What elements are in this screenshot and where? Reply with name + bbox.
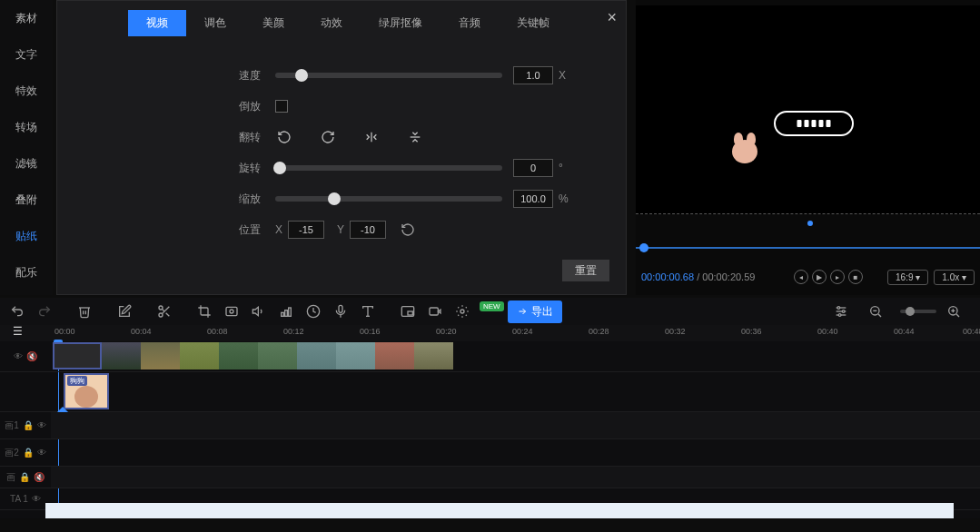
track-pip1-header[interactable]: 画1🔒👁 bbox=[0, 412, 51, 438]
preview-pane: 00:00:00.68 / 00:00:20.59 ◂ ▶ ▸ ■ 16:9 ▾… bbox=[636, 0, 980, 295]
nav-overlay[interactable]: 叠附 bbox=[0, 182, 53, 218]
pip-icon[interactable] bbox=[398, 301, 418, 321]
mute-icon[interactable]: 🔇 bbox=[34, 472, 45, 482]
cut-icon[interactable] bbox=[154, 301, 174, 321]
speed-value[interactable]: 1.0 bbox=[513, 66, 553, 84]
lock-icon[interactable]: 🔒 bbox=[23, 420, 34, 430]
volume-icon[interactable] bbox=[249, 301, 269, 321]
tab-keyframe[interactable]: 关键帧 bbox=[499, 10, 568, 36]
duration: 00:00:20.59 bbox=[702, 271, 755, 282]
svg-marker-9 bbox=[252, 307, 258, 315]
scale-value[interactable]: 100.0 bbox=[513, 190, 553, 208]
rotate-value[interactable]: 0 bbox=[513, 159, 553, 177]
track-text-header[interactable]: TA 1👁 bbox=[0, 488, 51, 509]
text-icon[interactable] bbox=[358, 301, 378, 321]
screenshot-icon[interactable] bbox=[222, 301, 242, 321]
tab-video[interactable]: 视频 bbox=[128, 10, 186, 36]
mic-icon[interactable] bbox=[331, 301, 351, 321]
eye-icon[interactable]: 👁 bbox=[37, 420, 46, 430]
eye-icon[interactable]: 👁 bbox=[14, 351, 23, 361]
video-clip[interactable] bbox=[53, 342, 453, 369]
prev-frame-button[interactable]: ◂ bbox=[794, 270, 808, 284]
scrub-bar[interactable] bbox=[636, 243, 980, 252]
track-audio-content[interactable] bbox=[51, 467, 980, 488]
track-menu-icon[interactable]: ☰ bbox=[13, 325, 23, 338]
scale-slider[interactable] bbox=[275, 196, 502, 202]
sticker-preview[interactable] bbox=[732, 140, 757, 163]
track-audio: 画🔒🔇 bbox=[0, 467, 980, 488]
tab-motion[interactable]: 动效 bbox=[302, 10, 361, 36]
reset-button[interactable]: 重置 bbox=[562, 260, 609, 281]
reset-position-icon[interactable] bbox=[399, 221, 417, 239]
zoom-in-icon[interactable] bbox=[944, 301, 964, 321]
svg-point-2 bbox=[159, 306, 163, 310]
mute-icon[interactable]: 🔇 bbox=[26, 351, 37, 361]
crop-icon[interactable] bbox=[194, 301, 214, 321]
pos-y-input[interactable]: -10 bbox=[350, 221, 386, 239]
tab-chroma[interactable]: 绿屏抠像 bbox=[361, 10, 441, 36]
tab-color[interactable]: 调色 bbox=[186, 10, 244, 36]
export-button[interactable]: 导出 bbox=[508, 300, 562, 323]
sticker-clip[interactable]: 狗狗 bbox=[64, 373, 109, 409]
track-pip2-content[interactable] bbox=[51, 439, 980, 466]
svg-point-22 bbox=[460, 310, 464, 313]
svg-point-28 bbox=[838, 314, 841, 317]
settings-icon[interactable] bbox=[831, 301, 851, 321]
rotate-ccw-icon[interactable] bbox=[275, 128, 293, 146]
pos-x-input[interactable]: -15 bbox=[288, 221, 324, 239]
scrub-thumb[interactable] bbox=[639, 243, 648, 252]
tick: 00:24 bbox=[512, 327, 533, 336]
track-video-content[interactable] bbox=[51, 341, 980, 371]
tick: 00:32 bbox=[665, 327, 686, 336]
track-pip2-header[interactable]: 画2🔒👁 bbox=[0, 439, 51, 466]
tab-beauty[interactable]: 美颜 bbox=[244, 10, 302, 36]
nav-text[interactable]: 文字 bbox=[0, 36, 53, 73]
undo-icon[interactable] bbox=[7, 301, 27, 321]
timeline-ruler[interactable]: ☰ 00:00 00:04 00:08 00:12 00:16 00:20 00… bbox=[0, 325, 980, 341]
record-icon[interactable] bbox=[425, 301, 445, 321]
aspect-select[interactable]: 16:9 ▾ bbox=[887, 270, 928, 285]
track-sticker-content[interactable]: 狗狗 bbox=[51, 372, 980, 411]
lock-icon[interactable]: 🔒 bbox=[19, 472, 30, 482]
marker-icon[interactable] bbox=[276, 301, 296, 321]
nav-effects[interactable]: 特效 bbox=[0, 73, 53, 109]
track-audio-header[interactable]: 画🔒🔇 bbox=[0, 467, 51, 488]
nav-sticker[interactable]: 贴纸 bbox=[0, 218, 53, 254]
redo-icon[interactable] bbox=[35, 301, 54, 321]
speed-slider[interactable] bbox=[275, 73, 502, 78]
preview-canvas[interactable] bbox=[636, 5, 980, 214]
lock-icon[interactable]: 🔒 bbox=[23, 448, 34, 458]
rotate-cw-icon[interactable] bbox=[319, 128, 337, 146]
play-button[interactable]: ▶ bbox=[812, 270, 827, 284]
nav-material[interactable]: 素材 bbox=[0, 0, 53, 36]
scrub-marker[interactable] bbox=[807, 221, 813, 226]
panel-tabs: 视频 调色 美颜 动效 绿屏抠像 音频 关键帧 bbox=[128, 10, 626, 36]
flip-vertical-icon[interactable] bbox=[406, 128, 424, 146]
track-video-header[interactable]: 👁🔇 bbox=[0, 341, 51, 371]
rotate-slider[interactable] bbox=[275, 165, 502, 171]
nav-music[interactable]: 配乐 bbox=[0, 254, 53, 291]
track-sticker-header[interactable] bbox=[0, 372, 51, 411]
eye-icon[interactable]: 👁 bbox=[37, 448, 46, 458]
delete-icon[interactable] bbox=[74, 301, 94, 321]
nav-transition[interactable]: 转场 bbox=[0, 109, 53, 145]
close-icon[interactable]: × bbox=[607, 8, 617, 27]
playback-speed-select[interactable]: 1.0x ▾ bbox=[934, 270, 975, 285]
speech-bubble bbox=[774, 111, 854, 136]
svg-line-30 bbox=[878, 314, 881, 317]
stop-button[interactable]: ■ bbox=[848, 270, 863, 284]
eye-icon[interactable]: 👁 bbox=[32, 494, 41, 504]
reverse-checkbox[interactable] bbox=[275, 100, 288, 113]
tab-audio[interactable]: 音频 bbox=[441, 10, 499, 36]
next-frame-button[interactable]: ▸ bbox=[830, 270, 845, 284]
effects-icon[interactable] bbox=[452, 301, 472, 321]
new-badge: NEW bbox=[480, 301, 504, 311]
track-pip1-content[interactable] bbox=[51, 412, 980, 438]
nav-filter[interactable]: 滤镜 bbox=[0, 145, 53, 182]
zoom-out-icon[interactable] bbox=[866, 301, 886, 321]
zoom-slider[interactable] bbox=[900, 310, 936, 313]
flip-horizontal-icon[interactable] bbox=[362, 128, 381, 146]
speed-icon[interactable] bbox=[303, 301, 323, 321]
edit-icon[interactable] bbox=[114, 301, 134, 321]
svg-line-5 bbox=[166, 313, 170, 317]
